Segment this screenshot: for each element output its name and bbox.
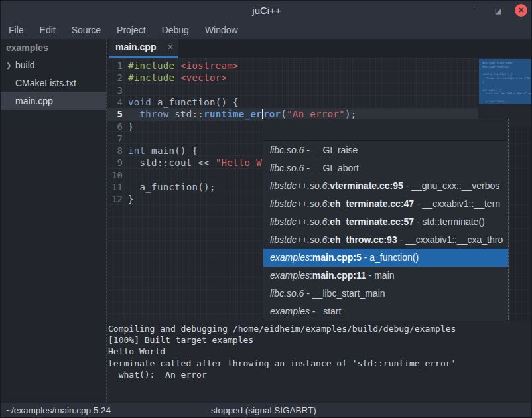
line-number: 7 [107,133,123,145]
frame-file-line: eh_terminate.cc:57 [330,216,414,227]
code-line: void a_function() { [128,96,239,108]
code-token: #include [128,72,180,83]
menu-source[interactable]: Source [65,22,107,38]
sidebar-item-main-cpp[interactable]: main.cpp [1,92,106,110]
sidebar-item-label: CMakeLists.txt [15,78,76,88]
line-number: 2 [107,72,123,84]
backtrace-item[interactable]: libstdc++.so.6:eh_terminate.cc:47 - __cx… [263,195,508,213]
terminal-line: terminate called after throwing an insta… [108,358,532,369]
minimize-button[interactable]: – [468,2,481,15]
backtrace-item[interactable]: libstdc++.so.6:eh_throw.cc:93 - __cxxabi… [263,231,508,249]
line-number: 9 [107,157,123,169]
frame-library: libstdc++.so.6 [270,216,327,227]
frame-file-line: vterminate.cc:95 [330,180,403,191]
code-token: ); [345,109,357,119]
code-token: <iostream> [180,60,239,71]
frame-function: a_function() [369,252,419,263]
frame-function: __GI_raise [312,145,358,155]
juci-window: juCi++ – ◪ ✕ FileEditSourceProjectDebugW… [0,0,532,418]
code-preview-tooltip: #include <iostream> #include <vector> vo… [479,59,532,104]
code-token: std:: [168,109,204,119]
cursor-location: ~/examples/main.cpp 5:24 [6,405,111,415]
frame-function: __libc_start_main [312,288,385,299]
backtrace-item[interactable]: libstdc++.so.6:vterminate.cc:95 - __gnu_… [263,177,508,195]
frame-library: examples [270,252,310,263]
line-number: 4 [107,96,123,108]
frame-function: __cxxabiv1::__tern [423,198,501,209]
menu-project[interactable]: Project [110,22,153,38]
tab-bar: main.cpp × [107,39,532,58]
menu-edit[interactable]: Edit [33,22,62,38]
line-number: 1 [107,60,123,72]
tab-close-icon[interactable]: × [168,42,173,52]
code-preview-text: #include <iostream> #include <vector> vo… [479,59,532,104]
backtrace-item[interactable]: libstdc++.so.6:eh_terminate.cc:57 - std:… [263,213,508,231]
terminal-line: [100%] Built target examples [108,334,532,346]
backtrace-list: libc.so.6 - __GI_raiselibc.so.6 - __GI_a… [263,141,508,320]
code-line: } [128,121,134,133]
terminal-line: Compiling and debugging /home/eidheim/ex… [108,323,532,334]
line-number: 5 [107,108,123,120]
frame-separator: - [304,163,312,173]
sidebar-item-build[interactable]: ❯build [1,56,106,74]
line-number: 10 [107,169,123,181]
line-number: 12 [107,193,123,205]
terminal-line: Hello World [108,346,532,357]
close-button[interactable]: ✕ [515,4,527,17]
frame-function: main [374,270,394,281]
code-token: ( [281,109,287,119]
sidebar-item-label: main.cpp [15,96,53,106]
code-token: ror [263,109,281,119]
status-bar: ~/examples/main.cpp 5:24 stopped (signal… [1,402,532,418]
backtrace-item[interactable]: libc.so.6 - __GI_raise [263,141,508,159]
code-token [128,109,140,119]
frame-file-line: main.cpp:11 [312,270,366,281]
backtrace-item[interactable]: libc.so.6 - __GI_abort [263,159,508,177]
frame-file-line: eh_throw.cc:93 [330,234,397,245]
backtrace-popup: libc.so.6 - __GI_raiselibc.so.6 - __GI_a… [263,119,509,320]
frame-library: libstdc++.so.6 [270,198,327,209]
backtrace-item[interactable]: libc.so.6 - __libc_start_main [263,285,508,303]
frame-separator: - [414,216,422,227]
code-token: main() { [145,145,198,156]
menu-file[interactable]: File [2,22,31,38]
frame-separator: - [414,198,422,209]
tab-label: main.cpp [115,42,156,52]
code-token: } [128,121,134,132]
frame-separator: - [304,145,312,155]
code-line: } [128,193,134,205]
code-line: std::cout << "Hello W [128,157,262,169]
backtrace-item[interactable]: examples:main.cpp:5 - a_function() [263,249,508,267]
frame-separator: - [366,270,374,281]
frame-separator: - [304,288,312,299]
chevron-right-icon[interactable]: ❯ [6,56,11,74]
code-line: #include <iostream> [128,60,239,72]
frame-function: _start [318,306,341,316]
frame-library: libc.so.6 [270,145,304,155]
restore-icon[interactable]: ◪ [492,4,505,17]
code-token: std::cout << [128,157,216,168]
window-title: juCi++ [1,5,532,16]
title-bar[interactable]: juCi++ – ◪ ✕ [1,1,532,21]
line-number: 6 [107,121,123,133]
line-number: 3 [107,84,123,96]
backtrace-item[interactable]: examples - _start [263,303,508,320]
code-token: } [128,194,134,204]
frame-function: __cxxabiv1::__cxa_thro [405,234,503,245]
frame-library: libstdc++.so.6 [270,234,327,245]
sidebar-item-cmakelists-txt[interactable]: CMakeLists.txt [1,74,106,92]
frame-function: std::terminate() [423,216,485,227]
frame-file-line: main.cpp:5 [312,252,362,263]
frame-library: examples [270,270,310,281]
tab-main-cpp[interactable]: main.cpp × [109,39,178,58]
backtrace-item[interactable]: examples:main.cpp:11 - main [263,267,508,285]
project-name: examples [1,39,106,56]
line-number: 11 [107,181,123,193]
popup-search-input[interactable] [263,119,508,141]
terminal-output[interactable]: Compiling and debugging /home/eidheim/ex… [107,321,532,402]
menu-debug[interactable]: Debug [155,22,196,38]
file-tree-panel[interactable]: examples ❯buildCMakeLists.txtmain.cpp [1,39,107,402]
code-line: #include <vector> [128,72,227,84]
frame-function: __GI_abort [312,163,359,173]
menu-window[interactable]: Window [198,22,245,38]
